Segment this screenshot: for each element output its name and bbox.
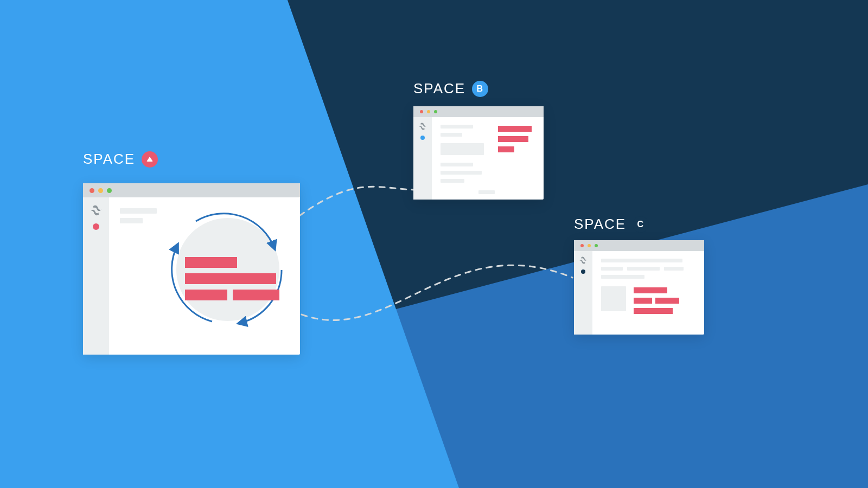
placeholder-line [441, 125, 473, 129]
space-b-label-group: SPACE B [413, 80, 488, 97]
content-bar [634, 298, 652, 304]
window-b-sidebar [413, 117, 432, 200]
minimize-icon [98, 188, 103, 193]
zoom-icon [595, 244, 598, 247]
window-c-content [592, 251, 704, 335]
content-bar [634, 287, 667, 293]
content-bar [185, 273, 276, 284]
content-bar [634, 308, 673, 314]
content-bar [185, 290, 227, 300]
placeholder-line [664, 267, 684, 271]
placeholder-line [441, 163, 473, 166]
content-bar [655, 298, 679, 304]
app-logo-icon [419, 123, 426, 130]
close-icon [90, 188, 94, 193]
window-a-titlebar [83, 183, 300, 197]
content-bar [498, 146, 514, 152]
window-b-content [432, 117, 544, 200]
placeholder-line [601, 259, 682, 262]
app-logo-icon [91, 205, 101, 216]
placeholder-line [601, 267, 623, 271]
sidebar-dot-blue-icon [420, 136, 425, 140]
content-bar [185, 257, 237, 268]
space-b-label: SPACE [413, 80, 465, 97]
content-bar [498, 136, 528, 142]
minimize-icon [427, 110, 430, 113]
space-a-badge-icon [142, 151, 158, 168]
space-a-label: SPACE [83, 151, 135, 168]
zoom-icon [434, 110, 437, 113]
window-c-sidebar [574, 251, 592, 335]
window-space-b [413, 106, 544, 200]
space-c-label-group: SPACE C [574, 216, 649, 233]
placeholder-line [441, 179, 464, 183]
placeholder-line [120, 208, 157, 214]
space-c-badge-icon: C [633, 216, 649, 233]
window-c-titlebar [574, 240, 704, 251]
placeholder-line [601, 275, 644, 279]
window-b-titlebar [413, 106, 544, 117]
placeholder-line [441, 133, 462, 137]
space-c-label: SPACE [574, 216, 626, 233]
close-icon [580, 244, 584, 247]
space-b-badge-icon: B [472, 81, 488, 97]
window-space-c [574, 240, 704, 335]
sidebar-dot-red-icon [93, 223, 99, 230]
sidebar-dot-navy-icon [581, 269, 585, 274]
content-bar [233, 290, 279, 300]
window-space-a [83, 183, 300, 355]
window-a-content [109, 197, 300, 355]
placeholder-block [441, 143, 484, 155]
source-content-block [185, 257, 279, 300]
placeholder-block [601, 286, 626, 311]
diagram-stage: SPACE SPACE B SPACE C [0, 0, 868, 488]
space-a-label-group: SPACE [83, 151, 158, 168]
minimize-icon [588, 244, 591, 247]
content-bar [498, 126, 532, 132]
app-logo-icon [579, 256, 587, 264]
window-a-sidebar [83, 197, 109, 355]
placeholder-line [478, 190, 495, 194]
placeholder-line [627, 267, 660, 271]
close-icon [420, 110, 423, 113]
placeholder-line [441, 171, 482, 175]
zoom-icon [107, 188, 112, 193]
placeholder-line [120, 218, 143, 223]
